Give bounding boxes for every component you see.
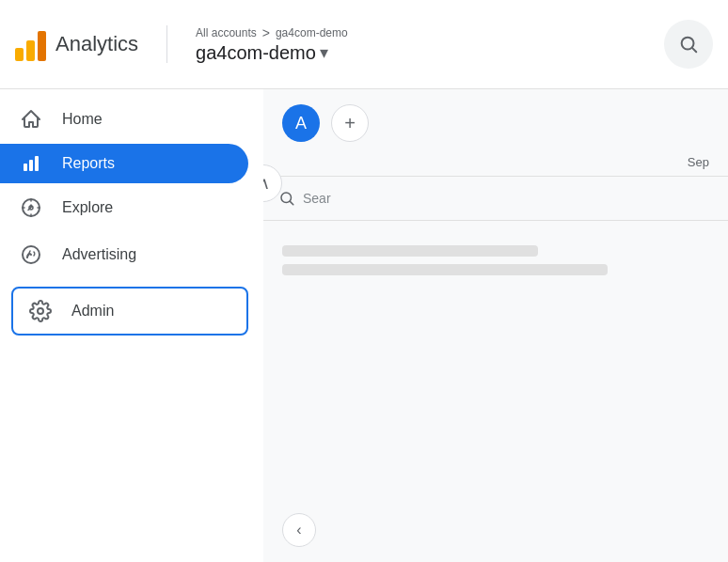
search-button[interactable] bbox=[664, 20, 713, 69]
chevron-left-icon: ‹ bbox=[296, 522, 301, 539]
bar1 bbox=[15, 48, 24, 61]
reports-icon bbox=[19, 156, 43, 171]
chevron-up-icon: ∧ bbox=[263, 173, 270, 194]
content-placeholder bbox=[263, 238, 728, 283]
admin-label: Admin bbox=[71, 303, 114, 320]
advertising-icon bbox=[19, 243, 43, 266]
add-button[interactable]: + bbox=[331, 104, 369, 142]
explore-icon bbox=[19, 196, 43, 219]
svg-line-1 bbox=[692, 48, 696, 52]
home-icon bbox=[19, 108, 43, 131]
divider1 bbox=[263, 176, 728, 177]
sidebar: Home Reports bbox=[0, 89, 263, 562]
bar2 bbox=[26, 40, 35, 61]
dropdown-arrow-icon: ▾ bbox=[320, 42, 328, 63]
sep-text: Sep bbox=[688, 155, 709, 169]
breadcrumb: All accounts > ga4com-demo bbox=[196, 25, 348, 40]
breadcrumb-sep: > bbox=[262, 25, 270, 40]
right-panel: ∧ A + Sep Sear bbox=[263, 89, 728, 562]
bar3 bbox=[38, 31, 46, 61]
svg-line-11 bbox=[290, 201, 293, 204]
account-name: ga4com-demo bbox=[196, 42, 316, 64]
breadcrumb-all: All accounts bbox=[196, 26, 257, 39]
svg-point-9 bbox=[38, 308, 43, 314]
account-selector[interactable]: ga4com-demo ▾ bbox=[196, 42, 348, 64]
avatar-letter: A bbox=[295, 114, 307, 133]
reports-label: Reports bbox=[62, 155, 115, 172]
search-partial-text: Sear bbox=[303, 191, 331, 206]
content-line-2 bbox=[282, 264, 608, 275]
logo-area: Analytics All accounts > ga4com-demo ga4… bbox=[15, 25, 348, 64]
sidebar-item-advertising[interactable]: Advertising bbox=[0, 232, 248, 277]
explore-label: Explore bbox=[62, 199, 113, 216]
home-label: Home bbox=[62, 111, 103, 128]
divider2 bbox=[263, 220, 728, 221]
sidebar-close-button[interactable]: ‹ bbox=[282, 513, 316, 547]
sidebar-item-reports[interactable]: Reports bbox=[0, 144, 248, 183]
main: Home Reports bbox=[0, 89, 728, 562]
breadcrumb-current: ga4com-demo bbox=[276, 26, 348, 39]
account-area: All accounts > ga4com-demo ga4com-demo ▾ bbox=[196, 25, 348, 64]
header: Analytics All accounts > ga4com-demo ga4… bbox=[0, 0, 728, 89]
advertising-label: Advertising bbox=[62, 246, 136, 263]
sidebar-item-explore[interactable]: Explore bbox=[0, 185, 248, 230]
right-top-row: A + bbox=[263, 89, 728, 153]
sidebar-item-home[interactable]: Home bbox=[0, 97, 248, 142]
search-row: Sear bbox=[263, 182, 728, 214]
search-small-icon bbox=[278, 190, 295, 207]
add-icon: + bbox=[344, 113, 356, 134]
search-icon bbox=[678, 34, 699, 55]
app-title: Analytics bbox=[55, 32, 138, 56]
content-line-1 bbox=[282, 245, 538, 257]
sidebar-item-admin[interactable]: Admin bbox=[11, 287, 248, 336]
logo-icon bbox=[15, 27, 46, 61]
admin-icon bbox=[28, 300, 53, 322]
avatar[interactable]: A bbox=[282, 104, 320, 142]
month-label: Sep bbox=[263, 153, 728, 170]
header-divider bbox=[166, 25, 167, 63]
